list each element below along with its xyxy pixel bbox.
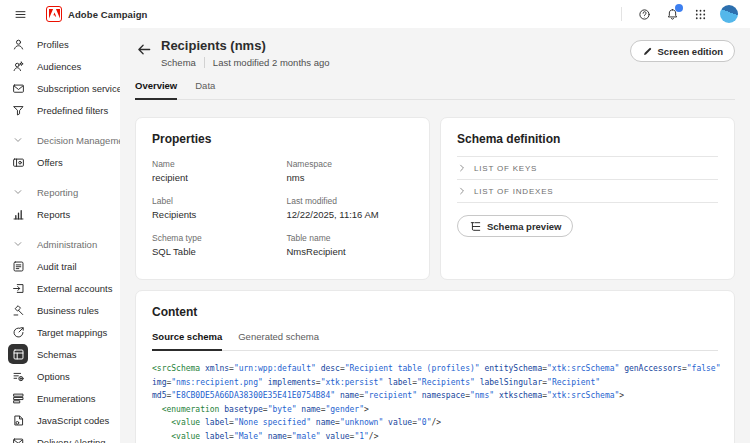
- property-field-last-modified: Last modified 12/22/2025, 11:16 AM: [287, 196, 414, 220]
- user-avatar[interactable]: [720, 5, 738, 23]
- brand: Adobe Campaign: [46, 6, 148, 22]
- chevron-down-icon: [8, 182, 28, 202]
- sidebar-item-options[interactable]: Options: [0, 365, 120, 387]
- sidebar-item-subscription-services[interactable]: Subscription services: [0, 77, 120, 99]
- sidebar-item-audiences[interactable]: Audiences: [0, 55, 120, 77]
- page-subtitle: Schema Last modified 2 months ago: [161, 57, 330, 68]
- business-rules-icon: [8, 300, 28, 320]
- sidebar-item-javascript-codes[interactable]: JavaScript codes: [0, 409, 120, 431]
- sidebar-item-reports[interactable]: Reports: [0, 203, 120, 225]
- property-field-name: Name recipient: [152, 159, 279, 183]
- sidebar-item-external-accounts[interactable]: External accounts: [0, 277, 120, 299]
- topbar-action-button[interactable]: [692, 6, 709, 23]
- app-name: Adobe Campaign: [68, 9, 148, 20]
- accordion-list-of-keys[interactable]: LIST OF KEYS: [457, 157, 718, 180]
- apps-grid-icon: [694, 8, 707, 21]
- content-tab-source-schema[interactable]: Source schema: [152, 331, 222, 351]
- filter-icon: [8, 100, 28, 120]
- adobe-logo-icon: [46, 6, 62, 22]
- external-accounts-icon: [8, 278, 28, 298]
- code-line: <value label="Male" name="male" value="1…: [152, 430, 718, 443]
- schemas-icon: [8, 344, 28, 364]
- help-icon: [638, 8, 651, 21]
- audit-trail-icon: [8, 256, 28, 276]
- pencil-icon: [642, 46, 653, 57]
- accordion-list-of-indexes[interactable]: LIST OF INDEXES: [457, 180, 718, 203]
- tree-icon: [469, 220, 482, 233]
- property-field-schema-type: Schema type SQL Table: [152, 233, 279, 257]
- content-tab-generated-schema[interactable]: Generated schema: [238, 331, 319, 351]
- sidebar-item-reporting[interactable]: Reporting: [0, 181, 120, 203]
- back-arrow-icon: [137, 42, 152, 57]
- schema-definition-card: Schema definition LIST OF KEYS LIST OF I…: [440, 117, 735, 280]
- chevron-right-icon: [457, 163, 467, 173]
- screen-edition-button[interactable]: Screen edition: [630, 40, 735, 62]
- bar-chart-icon: [8, 204, 28, 224]
- options-icon: [8, 366, 28, 386]
- sidebar-item-administration[interactable]: Administration: [0, 233, 120, 255]
- sidebar-item-enumerations[interactable]: Enumerations: [0, 387, 120, 409]
- properties-card: Properties Name recipient Namespace nms: [135, 117, 430, 280]
- object-type-label: Schema: [161, 57, 196, 68]
- subtitle-divider: [204, 57, 205, 68]
- sidebar-item-delivery-alerting[interactable]: Delivery Alerting: [0, 431, 120, 443]
- property-field-table-name: Table name NmsRecipient: [287, 233, 414, 257]
- menu-icon: [14, 8, 27, 21]
- schema-definition-title: Schema definition: [457, 132, 718, 146]
- enumerations-icon: [8, 388, 28, 408]
- sidebar-item-target-mappings[interactable]: Target mappings: [0, 321, 120, 343]
- content-tabs: Source schema Generated schema: [152, 331, 718, 351]
- audiences-icon: [8, 56, 28, 76]
- sidebar-item-profiles[interactable]: Profiles: [0, 33, 120, 55]
- sidebar-item-schemas[interactable]: Schemas: [0, 343, 120, 365]
- page-header: Recipients (nms) Schema Last modified 2 …: [135, 38, 735, 68]
- offers-icon: [8, 152, 28, 172]
- page-title: Recipients (nms): [161, 38, 330, 53]
- envelope-icon: [8, 78, 28, 98]
- content-card: Content Source schema Generated schema <…: [135, 290, 735, 443]
- last-modified-label: Last modified 2 months ago: [213, 57, 330, 68]
- target-mappings-icon: [8, 322, 28, 342]
- code-line: md5="E8CB0DE5A66DA38300E35E41E0754B84" n…: [152, 389, 718, 403]
- property-field-label: Label Recipients: [152, 196, 279, 220]
- properties-grid: Name recipient Namespace nms Label Recip…: [152, 159, 413, 257]
- sidebar-item-offers[interactable]: Offers: [0, 151, 120, 173]
- chevron-down-icon: [8, 130, 28, 150]
- user-icon: [8, 34, 28, 54]
- notification-badge: [675, 4, 683, 12]
- property-field-namespace: Namespace nms: [287, 159, 414, 183]
- code-line: <enumeration basetype="byte" name="gende…: [152, 403, 718, 417]
- tab-data[interactable]: Data: [195, 80, 215, 100]
- sidebar-item-audit-trail[interactable]: Audit trail: [0, 255, 120, 277]
- main-content: Recipients (nms) Schema Last modified 2 …: [120, 28, 750, 443]
- code-line: <value label="None specified" name="unkn…: [152, 416, 718, 430]
- topbar-action-button[interactable]: [636, 6, 653, 23]
- chevron-right-icon: [457, 186, 467, 196]
- topbar-action-button[interactable]: [664, 6, 681, 23]
- topbar-actions: [621, 5, 738, 23]
- content-title: Content: [152, 305, 718, 319]
- title-block: Recipients (nms) Schema Last modified 2 …: [161, 38, 330, 68]
- code-line: <srcSchema xmlns="urn:wpp:default" desc=…: [152, 362, 718, 376]
- code-line: img="nms:recipient.png" implements="xtk:…: [152, 376, 718, 390]
- chevron-down-icon: [8, 234, 28, 254]
- back-button[interactable]: [135, 40, 153, 58]
- javascript-codes-icon: [8, 410, 28, 430]
- schema-preview-button[interactable]: Schema preview: [457, 215, 573, 237]
- hamburger-menu-button[interactable]: [10, 4, 30, 24]
- sidebar-item-decision-management[interactable]: Decision Management: [0, 129, 120, 151]
- topbar: Adobe Campaign: [0, 0, 750, 28]
- sidebar-item-predefined-filters[interactable]: Predefined filters: [0, 99, 120, 121]
- delivery-alerting-icon: [8, 432, 28, 443]
- topbar-divider: [621, 7, 622, 21]
- sidebar-item-business-rules[interactable]: Business rules: [0, 299, 120, 321]
- tab-overview[interactable]: Overview: [135, 80, 177, 100]
- page-tabs: Overview Data: [135, 80, 735, 100]
- source-code[interactable]: <srcSchema xmlns="urn:wpp:default" desc=…: [152, 362, 718, 443]
- properties-title: Properties: [152, 132, 413, 146]
- sidebar: Profiles Audiences Subscription services…: [0, 28, 120, 443]
